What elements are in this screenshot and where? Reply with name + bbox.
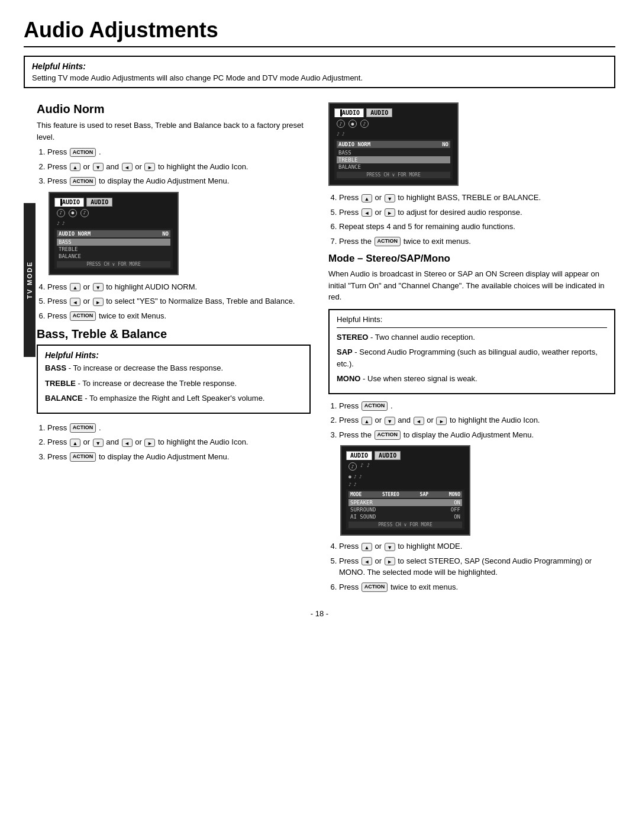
- screen3-note3: ♪: [354, 474, 357, 479]
- screen3-tab1: AUDIO: [346, 451, 372, 460]
- stereo-hint: STEREO - Two channel audio reception.: [337, 332, 607, 343]
- audio-norm-step-1: Press ACTION .: [47, 146, 311, 158]
- audio-norm-step-3: Press ACTION to display the Audio Adjust…: [47, 175, 311, 187]
- right-btb5: ►: [385, 208, 395, 217]
- screen2-icon2: ●: [348, 120, 357, 128]
- screen3-speaker-label: SPEAKER: [350, 500, 373, 506]
- screen3-surround-label: SURROUND: [350, 507, 376, 513]
- screen2-tab2: AUDIO: [366, 108, 392, 117]
- screen2-note2: ♪: [342, 131, 345, 137]
- screen3-notes: ♪ ♪: [360, 462, 370, 471]
- screen3-icon1: ♪: [348, 462, 357, 471]
- screen1-note2: ♪: [62, 221, 65, 226]
- up-arrow-icon: ▲: [70, 163, 80, 171]
- screen2-tab1: ▐AUDIO: [334, 108, 364, 117]
- up-mode2: ▲: [362, 417, 372, 425]
- screen3-mode: MODE: [350, 492, 362, 497]
- screen3-sap: SAP: [420, 492, 428, 497]
- screen1-menu-header: AUDIO NORM NO: [57, 230, 170, 237]
- btb-step-1: Press ACTION .: [47, 422, 311, 434]
- screen3-speaker: SPEAKER ON: [348, 499, 462, 506]
- up-btb2: ▲: [70, 439, 80, 447]
- screen2-menu: AUDIO NORM NO BASS TREBLE BALANCE PRESS …: [334, 139, 453, 180]
- mode-step-1: Press ACTION .: [339, 400, 615, 412]
- screen3-circle: ●: [348, 474, 351, 479]
- action-btn-btb1: ACTION: [70, 423, 96, 433]
- down-mode4: ▼: [385, 543, 395, 551]
- screen2-no: NO: [442, 141, 448, 147]
- screen2-menu-header: AUDIO NORM NO: [337, 141, 450, 148]
- audio-norm-steps-cont: Press ▲ or ▼ to highlight AUDIO NORM. Pr…: [47, 281, 311, 322]
- screen-mockup-2: ▐AUDIO AUDIO ♪ ● ♪ ♪ ♪ AUDIO NORM NO: [328, 102, 459, 186]
- left-mode2: ◄: [414, 417, 424, 425]
- audio-norm-step-5: Press ◄ or ► to select "YES" to Normaliz…: [47, 295, 311, 307]
- left-arrow-icon: ◄: [122, 163, 133, 171]
- right-btb2: ►: [144, 439, 155, 447]
- btb-step-2: Press ▲ or ▼ and ◄ or ► to highlight the…: [47, 436, 311, 448]
- right-icon-5: ►: [93, 298, 104, 306]
- screen3-note4: ♪: [359, 474, 362, 479]
- screen2-icon1: ♪: [337, 120, 345, 128]
- mode-step-6: Press ACTION twice to exit menus.: [339, 581, 615, 593]
- action-btn-mode6: ACTION: [362, 582, 388, 592]
- screen1-tab2: AUDIO: [86, 198, 112, 207]
- sap-hint: SAP - Second Audio Programming (such as …: [337, 346, 607, 369]
- screen3-ai-sound: AI SOUND ON: [348, 513, 462, 520]
- audio-norm-step-2: Press ▲ or ▼ and ◄ or ► to highlight the…: [47, 161, 311, 173]
- down-icon-4: ▼: [93, 283, 104, 291]
- btb-step-4: Press ▲ or ▼ to highlight BASS, TREBLE o…: [339, 192, 615, 204]
- screen-mockup-3: AUDIO AUDIO ♪ ♪ ♪ ● ♪ ♪ ♪ ♪: [340, 445, 470, 536]
- screen1-no-label: NO: [162, 231, 169, 237]
- mode-stereo-steps: Press ACTION . Press ▲ or ▼ and ◄ or ► t…: [339, 400, 615, 441]
- btb-step-3: Press ACTION to display the Audio Adjust…: [47, 451, 311, 463]
- screen3-bottom: PRESS CH ∨ FOR MORE: [348, 522, 462, 528]
- btb-steps-cont: Press ▲ or ▼ to highlight BASS, TREBLE o…: [339, 192, 615, 247]
- helpful-hints-top-title: Helpful Hints:: [32, 62, 607, 71]
- screen1-menu: AUDIO NORM NO BASS TREBLE BALANCE PRESS …: [54, 228, 173, 269]
- helpful-hints-mode-title: Helpful Hints:: [337, 315, 607, 324]
- helpful-hints-bass: Helpful Hints: BASS - To increase or dec…: [37, 345, 311, 414]
- up-icon-4: ▲: [70, 283, 80, 291]
- mode-step-4: Press ▲ or ▼ to highlight MODE.: [339, 540, 615, 552]
- down-mode2: ▼: [385, 417, 395, 425]
- btb-step-7: Press the ACTION twice to exit menus.: [339, 236, 615, 247]
- tv-mode-label: TV MODE: [24, 203, 36, 357]
- mono-hint: MONO - Use when stereo signal is weak.: [337, 373, 607, 385]
- helpful-hints-top: Helpful Hints: Setting TV mode Audio Adj…: [24, 56, 615, 88]
- screen1-icon2: ●: [69, 209, 77, 217]
- screen1-note1: ♪: [57, 221, 60, 226]
- screen3-menu-header: MODE STEREO SAP MONO: [348, 491, 462, 498]
- action-btn-btb3: ACTION: [70, 452, 96, 462]
- left-icon-5: ◄: [70, 298, 80, 306]
- action-btn-btb7: ACTION: [375, 237, 401, 246]
- screen1-bottom: PRESS CH ∨ FOR MORE: [57, 261, 170, 268]
- audio-norm-step-4: Press ▲ or ▼ to highlight AUDIO NORM.: [47, 281, 311, 293]
- screen1-icon1: ♪: [57, 209, 65, 217]
- screen2-audio-norm: AUDIO NORM: [338, 141, 370, 147]
- screen3-surround-val: OFF: [451, 507, 460, 513]
- screen1-balance: BALANCE: [57, 253, 170, 260]
- audio-norm-step-6: Press ACTION twice to exit Menus.: [47, 310, 311, 322]
- screen2-icon3: ♪: [360, 120, 369, 128]
- down-btb2: ▼: [93, 439, 104, 447]
- mode-stereo-desc: When Audio is broadcast in Stereo or SAP…: [328, 268, 615, 303]
- screen3-mono: MONO: [449, 492, 460, 497]
- bass-treble-steps: Press ACTION . Press ▲ or ▼ and ◄ or ► t…: [47, 422, 311, 463]
- screen3-ai-sound-label: AI SOUND: [350, 514, 376, 520]
- btb-step-6: Repeat steps 4 and 5 for remaining audio…: [339, 221, 615, 233]
- down-btb4: ▼: [385, 194, 395, 202]
- screen1-tab1: ▐AUDIO: [54, 198, 84, 207]
- screen3-tab2: AUDIO: [375, 451, 401, 460]
- mode-steps-cont: Press ▲ or ▼ to highlight MODE. Press ◄ …: [339, 540, 615, 593]
- screen1-treble: TREBLE: [57, 246, 170, 253]
- mode-step-5: Press ◄ or ► to select STEREO, SAP (Seco…: [339, 555, 615, 578]
- action-btn-icon-2: ACTION: [70, 177, 96, 186]
- right-arrow-icon: ►: [144, 163, 155, 171]
- page-title: Audio Adjustments: [24, 18, 615, 47]
- down-arrow-icon: ▼: [93, 163, 104, 171]
- bass-treble-title: Bass, Treble & Balance: [37, 327, 311, 341]
- screen1-audio-norm-label: AUDIO NORM: [59, 231, 91, 237]
- audio-norm-steps: Press ACTION . Press ▲ or ▼ and ◄ or ► t…: [47, 146, 311, 187]
- btb-step-5: Press ◄ or ► to adjust for desired audio…: [339, 207, 615, 218]
- screen2-balance: BALANCE: [337, 163, 450, 170]
